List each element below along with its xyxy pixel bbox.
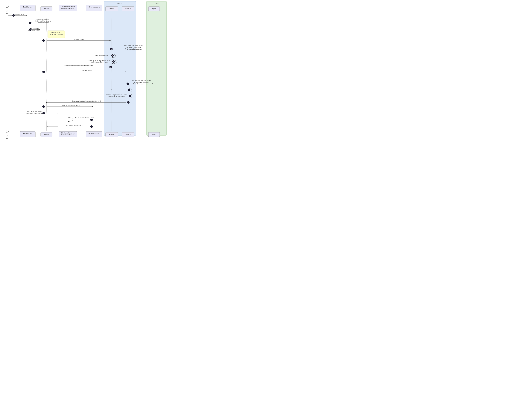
- client-lib-box-top: [59, 5, 77, 11]
- self-loop-m16: [68, 117, 73, 121]
- svg-text:Prebid: Prebid: [44, 134, 49, 135]
- user-head-bottom: [6, 130, 8, 133]
- step-10-circle: [127, 82, 129, 85]
- step-15-label: 15: [43, 113, 44, 114]
- step-14-circle: [42, 105, 45, 108]
- step-7-label: 7: [113, 61, 114, 62]
- user-leg-right-top: [7, 10, 8, 12]
- label-m3a: Load Prebid and: [29, 28, 39, 29]
- label-m14: Submit contextual auction bids: [61, 105, 80, 106]
- step-1-label: 1: [13, 15, 14, 16]
- label-m15a: Share component auction: [27, 111, 42, 112]
- label-m10b: and perBuyerSignals for: [134, 81, 149, 83]
- user-leg-right-bottom: [7, 135, 8, 137]
- label-m5c: Protected Audience auction: [125, 48, 142, 50]
- step-17-label: 17: [91, 126, 92, 128]
- step-16-label: 16: [91, 120, 92, 121]
- self-loop-m6: [112, 54, 116, 58]
- sequence-diagram: Sellers Buyers Publisher site Prebid Cli…: [0, 0, 169, 142]
- step-9-label: 9: [43, 72, 44, 73]
- svg-text:Publisher site: Publisher site: [23, 132, 32, 134]
- label-m10c: Protected Audience auction: [133, 83, 150, 85]
- user-head-top: [6, 5, 8, 8]
- step-13-label: 13: [128, 102, 129, 103]
- step-4-label: 4: [43, 40, 44, 41]
- svg-text:Seller A: Seller A: [109, 134, 114, 135]
- user-label-bottom: User: [6, 138, 8, 139]
- label-m8: Respond with bid and component auction c…: [65, 65, 94, 66]
- step-12-label: 12: [130, 96, 131, 97]
- label-m10a: Fetch bid for contextual auction: [132, 80, 151, 81]
- pub-ad-server-box-bottom: [86, 131, 102, 137]
- step-4-circle: [42, 39, 45, 42]
- svg-text:Seller A: Seller A: [109, 8, 114, 9]
- step-1-circle: [12, 14, 15, 17]
- pub-ad-server-box-top: [86, 5, 102, 11]
- svg-text:Publisher ad server: Publisher ad server: [61, 134, 74, 136]
- label-m7a: Construct component auction config: [89, 60, 110, 61]
- svg-text:Publisher ad server: Publisher ad server: [88, 132, 100, 134]
- label-m6: Run contextual auction: [95, 55, 108, 57]
- user-leg-left-bottom: [6, 135, 7, 137]
- step-5-circle: [110, 48, 113, 50]
- seller-b-box-top: [122, 7, 134, 11]
- svg-text:Client-side library for: Client-side library for: [61, 132, 75, 134]
- prebid-box-top: [41, 7, 52, 11]
- svg-text:Publisher ad server: Publisher ad server: [61, 8, 74, 9]
- svg-text:Publisher site: Publisher site: [23, 6, 32, 8]
- label-m2a: Load client-side library: [36, 18, 50, 20]
- svg-text:Publisher ad server: Publisher ad server: [88, 6, 100, 8]
- label-m2b: for the publisher ad server: [35, 20, 51, 22]
- label-m17: Return winning adjusted ad bid: [64, 125, 83, 126]
- step-14-label: 14: [43, 106, 44, 107]
- label-m4: Send bid request: [74, 39, 84, 40]
- label-m12b: and include perBuyerSignals: [108, 96, 125, 97]
- buyers-box-bottom: [148, 132, 160, 137]
- step-5-label: 5: [111, 48, 112, 50]
- label-m13: Respond with bid and component auction c…: [73, 100, 101, 102]
- svg-text:Prebid: Prebid: [44, 8, 49, 9]
- step-11-label: 11: [129, 89, 130, 91]
- label-m5b: and perBuyerSignals for: [126, 47, 141, 48]
- self-loop-m11: [128, 88, 132, 92]
- label-m1: Visit publisher page: [12, 14, 24, 15]
- prebid-box-bottom: [41, 132, 52, 137]
- step-17-circle: [90, 125, 93, 128]
- note-text-1: Steps 4-8 and 9-13: [50, 32, 62, 33]
- publisher-site-box-bottom: [20, 131, 35, 137]
- buyers-box-top: [148, 7, 160, 11]
- step-12-circle: [129, 95, 131, 97]
- seller-a-box-top: [106, 7, 118, 11]
- step-15-circle: [42, 112, 45, 114]
- sellers-label: Sellers: [117, 2, 122, 4]
- svg-text:Buyers: Buyers: [152, 134, 156, 135]
- step-8-label: 8: [110, 67, 111, 68]
- label-m2c: and define ad slots: [38, 22, 49, 24]
- step-7-circle: [112, 60, 115, 63]
- label-m16: Run top-level contextual auction: [75, 117, 94, 119]
- buyers-group: [147, 1, 167, 136]
- step-11-circle: [128, 89, 130, 91]
- step-10-label: 10: [127, 83, 128, 85]
- step-2-circle: [29, 22, 32, 24]
- label-m9: Send bid request: [82, 70, 92, 71]
- seller-a-box-bottom: [106, 132, 118, 137]
- sellers-group: [104, 1, 136, 136]
- step-3-label: 3: [30, 29, 31, 30]
- note-box: [48, 31, 65, 38]
- client-lib-box-bottom: [59, 131, 77, 137]
- user-label-top: User: [6, 13, 8, 14]
- step-8-circle: [109, 66, 112, 68]
- label-m5a: Fetch bid for contextual auction: [124, 45, 143, 46]
- step-16-circle: [90, 119, 93, 121]
- self-loop-m7: [112, 60, 117, 64]
- user-leg-left-top: [6, 10, 7, 12]
- buyers-label: Buyers: [154, 2, 159, 4]
- step-3-circle: [29, 28, 32, 31]
- step-6-label: 6: [112, 55, 113, 57]
- seller-b-box-bottom: [122, 132, 134, 137]
- note-text-2: are running in parallel: [49, 34, 63, 35]
- label-m12a: Construct component auction config: [106, 94, 127, 96]
- label-m7b: and include perBuyerSignals: [91, 61, 108, 63]
- label-m15b: configs with buyers' signals: [26, 113, 43, 114]
